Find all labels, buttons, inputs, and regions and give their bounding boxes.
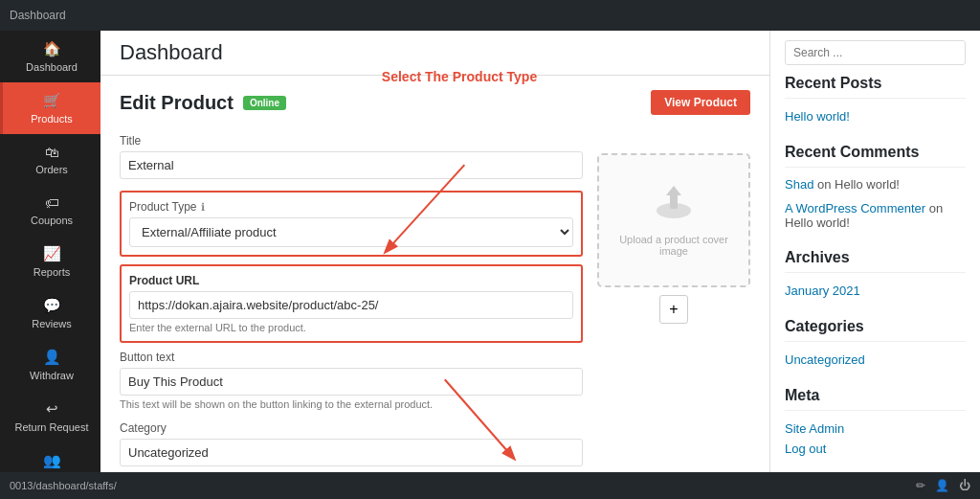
coupons-icon: 🏷 — [45, 194, 59, 211]
products-icon: 🛒 — [43, 92, 61, 109]
category-label: Category — [120, 421, 583, 435]
view-product-button[interactable]: View Product — [651, 90, 750, 115]
sidebar-label-reviews: Reviews — [32, 318, 72, 329]
return-icon: ↩ — [46, 400, 58, 418]
sidebar-item-orders[interactable]: 🛍 Orders — [0, 134, 100, 185]
product-type-group: Product Type ℹ Simple product Variable p… — [120, 191, 583, 257]
sidebar-label-dashboard: Dashboard — [26, 61, 78, 73]
recent-post-item[interactable]: Hello world! — [785, 106, 966, 126]
comment-text-1: on Hello world! — [817, 177, 900, 192]
recent-comments-section: Recent Comments Shad on Hello world! A W… — [785, 144, 966, 232]
product-type-select[interactable]: Simple product Variable product External… — [129, 217, 573, 247]
image-upload-box[interactable]: Upload a product cover image — [597, 153, 750, 287]
help-icon: ℹ — [201, 201, 205, 214]
recent-posts-section: Recent Posts Hello world! — [785, 75, 966, 126]
orders-icon: 🛍 — [45, 144, 59, 160]
sidebar-item-coupons[interactable]: 🏷 Coupons — [0, 185, 100, 236]
archives-title: Archives — [785, 249, 966, 273]
sidebar-item-return-request[interactable]: ↩ Return Request — [0, 391, 100, 442]
svg-marker-2 — [666, 186, 681, 195]
sidebar: 🏠 Dashboard 🛒 Products 🛍 Orders 🏷 Coupon… — [0, 31, 100, 472]
page-title-bar: Dashboard — [100, 31, 769, 76]
archives-section: Archives January 2021 — [785, 249, 966, 301]
product-url-label: Product URL — [129, 274, 573, 287]
comment-author-1[interactable]: Shad — [785, 177, 813, 192]
meta-site-admin[interactable]: Site Admin — [785, 419, 966, 439]
meta-logout[interactable]: Log out — [785, 439, 966, 459]
status-badge: Online — [243, 96, 286, 110]
bottom-url: 0013/dashboard/staffs/ — [10, 480, 117, 491]
product-url-help: Enter the external URL to the product. — [129, 322, 573, 333]
edit-icon[interactable]: ✏ — [916, 479, 925, 492]
sidebar-item-products[interactable]: 🛒 Products — [0, 82, 100, 134]
edit-product-title: Edit Product — [120, 92, 234, 114]
category-group: Category — [120, 421, 583, 466]
upload-cloud-icon — [651, 184, 697, 229]
user-icon[interactable]: 👤 — [935, 479, 949, 492]
button-text-label: Button text — [120, 351, 583, 364]
sidebar-label-orders: Orders — [35, 164, 68, 175]
sidebar-item-reports[interactable]: 📈 Reports — [0, 236, 100, 287]
product-type-label: Product Type ℹ — [129, 200, 573, 214]
page-title: Dashboard — [120, 40, 750, 65]
product-url-input[interactable] — [129, 291, 573, 319]
button-text-help: This text will be shown on the button li… — [120, 398, 583, 410]
archive-item[interactable]: January 2021 — [785, 281, 966, 301]
button-text-input[interactable] — [120, 368, 583, 396]
sidebar-item-reviews[interactable]: 💬 Reviews — [0, 287, 100, 339]
reports-icon: 📈 — [43, 245, 61, 262]
dashboard-icon: 🏠 — [43, 40, 61, 57]
form-section: Title Product Type ℹ Simple product — [100, 125, 769, 472]
comment-item-1: Shad on Hello world! — [785, 175, 966, 193]
reviews-icon: 💬 — [43, 297, 61, 314]
edit-product-header: Edit Product Online View Product Select … — [100, 76, 769, 125]
product-url-group: Product URL Enter the external URL to th… — [120, 264, 583, 343]
sidebar-item-withdraw[interactable]: 👤 Withdraw — [0, 339, 100, 391]
category-item[interactable]: Uncategorized — [785, 350, 966, 370]
meta-title: Meta — [785, 387, 966, 411]
sidebar-label-return: Return Request — [14, 421, 88, 433]
title-group: Title — [120, 134, 583, 179]
title-label: Title — [120, 134, 583, 147]
staff-icon: 👥 — [43, 452, 61, 469]
comment-item-2: A WordPress Commenter on Hello world! — [785, 199, 966, 232]
meta-section: Meta Site Admin Log out — [785, 387, 966, 459]
sidebar-label-products: Products — [31, 113, 72, 125]
comment-author-2[interactable]: A WordPress Commenter — [785, 201, 925, 215]
title-input[interactable] — [120, 151, 583, 179]
categories-title: Categories — [785, 318, 966, 342]
sidebar-item-dashboard[interactable]: 🏠 Dashboard — [0, 31, 100, 82]
sidebar-label-withdraw: Withdraw — [30, 370, 74, 381]
button-text-group: Button text This text will be shown on t… — [120, 351, 583, 410]
top-bar: Dashboard — [0, 0, 980, 31]
sidebar-label-coupons: Coupons — [31, 215, 73, 226]
category-input[interactable] — [120, 439, 583, 466]
sidebar-label-reports: Reports — [33, 266, 71, 278]
recent-comments-title: Recent Comments — [785, 144, 966, 168]
categories-section: Categories Uncategorized — [785, 318, 966, 370]
top-bar-title: Dashboard — [10, 9, 66, 22]
withdraw-icon: 👤 — [43, 349, 61, 366]
bottom-bar: 0013/dashboard/staffs/ ✏ 👤 ⏻ — [0, 472, 980, 499]
add-image-button[interactable]: + — [659, 295, 688, 324]
right-sidebar: Recent Posts Hello world! Recent Comment… — [769, 31, 980, 472]
sidebar-item-staff[interactable]: 👥 Staff — [0, 442, 100, 472]
recent-posts-title: Recent Posts — [785, 75, 966, 99]
power-icon[interactable]: ⏻ — [959, 479, 970, 492]
search-input[interactable] — [785, 40, 966, 65]
upload-label: Upload a product cover image — [599, 234, 748, 257]
